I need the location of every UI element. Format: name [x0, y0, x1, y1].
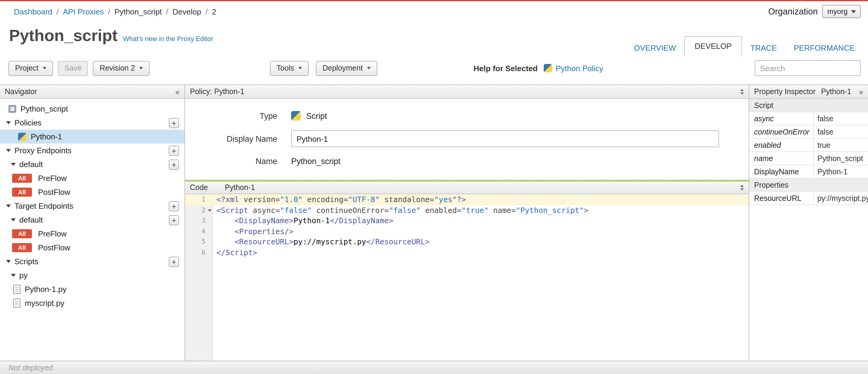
- breadcrumb-separator: /: [166, 7, 168, 16]
- code-bar: Code Python-1: [185, 181, 749, 194]
- nav-item-preflow[interactable]: AllPreFlow: [0, 171, 184, 185]
- project-button[interactable]: Project: [8, 61, 53, 76]
- breadcrumb-item-dashboard[interactable]: Dashboard: [14, 7, 52, 16]
- nav-item-myscript-py[interactable]: myscript.py: [0, 296, 184, 310]
- deployment-status: Not deployed: [8, 364, 53, 372]
- line-number: 6: [185, 247, 212, 258]
- name-value: Python_script: [291, 157, 341, 166]
- line-number: 5: [185, 236, 212, 247]
- line-number: 3: [185, 215, 212, 226]
- code-line-2[interactable]: 2<Script async="false" continueOnError="…: [185, 205, 749, 215]
- revision-button[interactable]: Revision 2: [93, 61, 150, 76]
- toolbar: Project Save Revision 2 Tools Deployment…: [0, 59, 868, 77]
- nav-item-preflow[interactable]: AllPreFlow: [0, 227, 184, 241]
- nav-item-proxy-endpoints[interactable]: Proxy Endpoints+: [0, 144, 184, 157]
- navigator-tree: Python_scriptPolicies+Python-1Proxy Endp…: [0, 99, 184, 310]
- policy-editor-panel: Policy: Python-1 Type Script Display Nam…: [185, 85, 749, 361]
- property-value: true: [814, 141, 830, 149]
- add-button[interactable]: +: [169, 201, 179, 211]
- tab-trace[interactable]: TRACE: [742, 39, 785, 57]
- all-badge: All: [12, 243, 32, 252]
- caret-down-icon[interactable]: [11, 163, 16, 166]
- code-content: <Properties/>: [212, 226, 749, 236]
- breadcrumb-row: Dashboard/API Proxies/Python_script/Deve…: [0, 1, 868, 22]
- breadcrumb-item-api-proxies[interactable]: API Proxies: [63, 7, 104, 16]
- tab-performance[interactable]: PERFORMANCE: [785, 39, 863, 57]
- save-button[interactable]: Save: [58, 61, 88, 76]
- file-icon: [13, 298, 21, 308]
- expand-collapse-icon[interactable]: [740, 89, 744, 95]
- nav-item-label: myscript.py: [25, 298, 64, 308]
- code-line-4[interactable]: 4 <Properties/>: [185, 226, 749, 236]
- project-button-label: Project: [15, 64, 38, 73]
- code-editor[interactable]: 1<?xml version="1.0" encoding="UTF-8" st…: [185, 194, 749, 361]
- nav-item-default[interactable]: default+: [0, 157, 184, 171]
- deployment-button[interactable]: Deployment: [316, 61, 377, 76]
- whats-new-link[interactable]: What's new in the Proxy Editor: [123, 35, 213, 42]
- property-name: DisplayName: [749, 165, 814, 178]
- property-value: Python-1: [814, 167, 847, 176]
- nav-item-postflow[interactable]: AllPostFlow: [0, 241, 184, 255]
- breadcrumb-item-2: 2: [212, 7, 216, 16]
- nav-item-label: Scripts: [14, 257, 38, 266]
- organization-select[interactable]: myorg: [822, 5, 861, 18]
- code-line-1[interactable]: 1<?xml version="1.0" encoding="UTF-8" st…: [185, 194, 749, 205]
- nav-item-python-1-py[interactable]: Python-1.py: [0, 282, 184, 296]
- tools-button[interactable]: Tools: [270, 61, 309, 76]
- fold-caret-icon[interactable]: [208, 209, 212, 211]
- caret-down-icon[interactable]: [6, 204, 11, 207]
- caret-down-icon[interactable]: [11, 219, 16, 221]
- python-icon: [291, 111, 301, 121]
- name-value-wrap: Python_script: [291, 157, 341, 166]
- breadcrumb-separator: /: [108, 7, 110, 16]
- python-policy-link[interactable]: Python Policy: [556, 64, 603, 73]
- code-line-5[interactable]: 5 <ResourceURL>py://myscript.py</Resourc…: [185, 236, 749, 247]
- search-input[interactable]: [755, 60, 861, 76]
- organization-value: myorg: [827, 7, 847, 16]
- property-section-script: Script: [749, 99, 868, 112]
- tab-develop[interactable]: DEVELOP: [684, 36, 742, 57]
- nav-item-python-script[interactable]: Python_script: [0, 102, 184, 116]
- breadcrumb-separator: /: [56, 7, 59, 16]
- tab-overview[interactable]: OVERVIEW: [625, 39, 684, 57]
- code-content: <ResourceURL>py://myscript.py</ResourceU…: [212, 236, 749, 247]
- add-button[interactable]: +: [169, 159, 179, 170]
- add-button[interactable]: +: [169, 256, 179, 267]
- add-button[interactable]: +: [169, 118, 179, 128]
- code-content: <DisplayName>Python-1</DisplayName>: [212, 215, 749, 226]
- display-name-input[interactable]: [291, 130, 719, 147]
- nav-item-label: Proxy Endpoints: [14, 146, 71, 155]
- code-line-3[interactable]: 3 <DisplayName>Python-1</DisplayName>: [185, 215, 749, 226]
- caret-down-icon[interactable]: [6, 149, 11, 152]
- policy-form: Type Script Display Name Name Python_sc: [185, 99, 749, 180]
- type-value-wrap: Script: [291, 111, 327, 121]
- nav-item-py[interactable]: py: [0, 268, 184, 282]
- nav-item-label: Target Endpoints: [14, 201, 73, 210]
- property-row-name: namePython_script: [749, 152, 868, 165]
- property-name: continueOnError: [749, 125, 814, 138]
- policy-panel-header: Policy: Python-1: [185, 85, 749, 99]
- add-button[interactable]: +: [169, 215, 179, 225]
- line-number: 1: [185, 194, 212, 205]
- status-bar: Not deployed: [0, 361, 868, 374]
- app-root: Dashboard/API Proxies/Python_script/Deve…: [0, 0, 868, 374]
- policy-panel-title: Policy: Python-1: [190, 87, 244, 96]
- add-button[interactable]: +: [169, 145, 179, 155]
- nav-item-postflow[interactable]: AllPostFlow: [0, 185, 184, 199]
- type-row: Type Script: [185, 111, 749, 121]
- nav-item-policies[interactable]: Policies+: [0, 116, 184, 130]
- nav-item-python-1[interactable]: Python-1: [0, 130, 184, 144]
- code-expand-icon[interactable]: [740, 184, 744, 191]
- chevron-down-icon: [299, 67, 302, 69]
- caret-down-icon[interactable]: [11, 274, 16, 277]
- property-value: false: [814, 114, 833, 123]
- nav-item-default[interactable]: default+: [0, 213, 184, 227]
- caret-down-icon[interactable]: [6, 260, 11, 263]
- code-line-6[interactable]: 6</Script>: [185, 247, 749, 258]
- nav-item-target-endpoints[interactable]: Target Endpoints+: [0, 199, 184, 213]
- caret-down-icon[interactable]: [6, 121, 11, 124]
- collapse-left-icon[interactable]: «: [176, 87, 180, 96]
- collapse-right-icon[interactable]: »: [859, 87, 863, 96]
- nav-item-scripts[interactable]: Scripts+: [0, 255, 184, 268]
- display-name-value-wrap: [291, 130, 719, 147]
